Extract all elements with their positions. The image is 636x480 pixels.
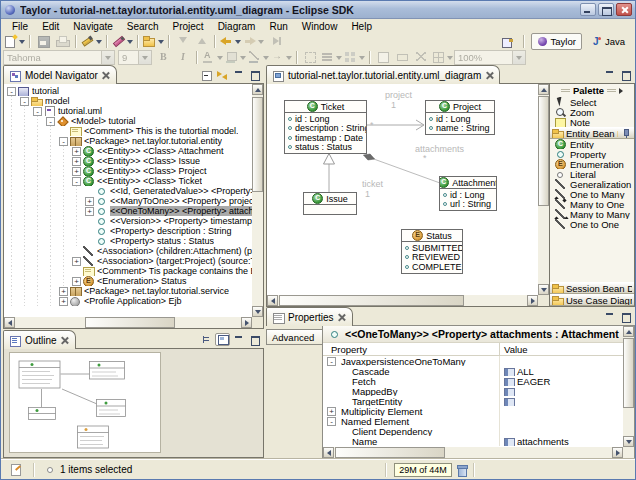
tree-item-tutorial-uml[interactable]: -tutorial.uml: [5, 106, 252, 116]
property-value-cell[interactable]: attachments: [499, 436, 623, 446]
expander-icon[interactable]: -: [33, 107, 42, 116]
tree-item-comment-this-is-the-tutortia[interactable]: <Comment> This is the tutortial model.: [5, 126, 252, 136]
expander-icon[interactable]: -: [59, 137, 68, 146]
expander-icon[interactable]: +: [85, 207, 94, 216]
uml-node-project[interactable]: Projectid : Longname : String: [425, 100, 495, 135]
zoom-level-combo[interactable]: 100%: [454, 50, 526, 65]
minimize-view-button[interactable]: [602, 310, 617, 323]
close-icon[interactable]: [338, 313, 346, 321]
palette-tool-many-to-one[interactable]: Many to One: [550, 199, 634, 209]
tree-item-manytoone-property-proje[interactable]: +<<ManyToOne>> <Property> project : Proj…: [5, 196, 252, 206]
palette-tool-many-to-many[interactable]: Many to Many: [550, 209, 634, 219]
expander-icon[interactable]: +: [59, 287, 68, 296]
overview-mode-button[interactable]: [215, 333, 230, 346]
palette-drawer-entity-bean-dia[interactable]: Entity Bean Dia...: [550, 127, 634, 139]
run-external-tools-button[interactable]: [111, 34, 134, 49]
maximize-view-button[interactable]: [618, 310, 633, 323]
palette-tool-literal[interactable]: Literal: [550, 169, 634, 179]
expander-icon[interactable]: -: [327, 357, 336, 366]
expander-icon[interactable]: +: [59, 297, 68, 306]
menu-navigate[interactable]: Navigate: [66, 21, 119, 32]
close-icon[interactable]: [61, 336, 69, 344]
menu-diagram[interactable]: Diagram: [211, 21, 263, 32]
tree-item-version-property-timesta[interactable]: <<Version>> <Property> timestamp : Date: [5, 216, 252, 226]
tree-item-package-net-taylor-tutorial[interactable]: -<Package> net.taylor.tutorial.entity: [5, 136, 252, 146]
menu-file[interactable]: File: [5, 21, 35, 32]
tab-uml-diagram-editor[interactable]: tutorial-net.taylor.tutorial.entity.uml_…: [266, 65, 500, 84]
property-row-targetentity[interactable]: TargetEntity: [323, 396, 623, 406]
close-window-button[interactable]: [616, 3, 632, 16]
tree-item-property-description-strin[interactable]: <Property> description : String: [5, 226, 252, 236]
minimize-view-button[interactable]: [602, 68, 617, 81]
heap-status[interactable]: 29M of 44M: [394, 463, 452, 477]
expander-icon[interactable]: +: [85, 197, 94, 206]
menu-project[interactable]: Project: [166, 21, 211, 32]
property-row-mappedby[interactable]: MappedBy: [323, 386, 623, 396]
menu-help[interactable]: Help: [344, 21, 379, 32]
palette-tool-entity[interactable]: Entity: [550, 139, 634, 149]
tab-outline[interactable]: Outline: [3, 330, 76, 349]
maximize-window-button[interactable]: [598, 3, 614, 16]
maximize-view-button[interactable]: [247, 333, 262, 346]
expander-icon[interactable]: -: [327, 417, 336, 426]
palette-drawer-session-bean-diag[interactable]: Session Bean Diag...: [550, 282, 634, 294]
expander-icon[interactable]: +: [72, 157, 81, 166]
property-value-cell[interactable]: ALL: [499, 366, 623, 376]
tree-item-property-status-status[interactable]: <Property> status : Status: [5, 236, 252, 246]
tree-item-profile-application-ejb[interactable]: +<Profile Application> Ejb: [5, 296, 252, 306]
expander-icon[interactable]: +: [72, 147, 81, 156]
tree-item-onetomany-property-attac[interactable]: +<<OneToMany>> <Property> attachments : …: [5, 206, 252, 216]
menu-run[interactable]: Run: [262, 21, 294, 32]
property-row-named-element[interactable]: -Named Element: [323, 416, 623, 426]
uml-node-attachment[interactable]: Attachmentid : Longurl : String: [439, 176, 497, 211]
tab-model-navigator[interactable]: Model Navigator: [3, 65, 117, 84]
expander-icon[interactable]: +: [72, 277, 81, 286]
open-perspective-button[interactable]: [498, 34, 517, 49]
property-row-javaxpersistenceonetomany[interactable]: -JavaxpersistenceOneToMany: [323, 356, 623, 366]
expander-icon[interactable]: +: [72, 167, 81, 176]
outline-thumbnail[interactable]: [9, 352, 161, 453]
open-folder-button[interactable]: [142, 34, 165, 49]
property-value-cell[interactable]: [499, 396, 623, 406]
expander-icon[interactable]: -: [72, 177, 81, 186]
tree-item-model[interactable]: -model: [5, 96, 252, 106]
link-with-editor-button[interactable]: [215, 68, 230, 81]
menu-search[interactable]: Search: [120, 21, 166, 32]
tree-item-association-target-project[interactable]: +<Association> (target:Project) (source:…: [5, 256, 252, 266]
collapse-all-button[interactable]: [199, 68, 214, 81]
tab-properties[interactable]: Properties: [266, 307, 353, 326]
tree-item-entity-class-ticket[interactable]: -<<Entity>> <Class> Ticket: [5, 176, 252, 186]
editor-horizontal-scrollbar[interactable]: [267, 295, 538, 306]
tree-item-association-children-attach[interactable]: <Association> (children:Attachment) (par…: [5, 246, 252, 256]
palette-drawer-use-case-diagram[interactable]: Use Case Diagram: [550, 294, 634, 306]
tree-item-comment-tis-package-contains[interactable]: <Comment> Tis package contains the Entit…: [5, 266, 252, 276]
palette-tool-zoom[interactable]: Zoom: [550, 107, 634, 117]
property-value-cell[interactable]: [499, 426, 623, 436]
tree-item-tutorial[interactable]: -tutorial: [5, 86, 252, 96]
trash-icon[interactable]: [457, 464, 468, 475]
property-value-cell[interactable]: [499, 416, 623, 426]
expander-icon[interactable]: -: [20, 97, 29, 106]
palette-tool-enumeration[interactable]: Enumeration: [550, 159, 634, 169]
property-value-cell[interactable]: [499, 406, 623, 416]
expander-icon[interactable]: -: [46, 117, 55, 126]
expander-icon[interactable]: -: [7, 87, 16, 96]
uml-node-status[interactable]: StatusSUBMITTEDREVIEWEDCOMPLETE: [401, 229, 463, 274]
palette-collapse-icon[interactable]: [619, 88, 623, 94]
tree-item-id-generatedvalue-proper[interactable]: <<Id, GeneratedValue>> <Property> id : L…: [5, 186, 252, 196]
editor-vertical-scrollbar[interactable]: [538, 84, 549, 295]
tree-item-entity-class-attachment[interactable]: +<<Entity>> <Class> Attachment: [5, 146, 252, 156]
close-icon[interactable]: [485, 71, 493, 79]
tab-advanced[interactable]: Advanced: [266, 329, 323, 345]
palette-tool-one-to-one[interactable]: One to One: [550, 219, 634, 229]
properties-horizontal-scrollbar[interactable]: [323, 447, 623, 458]
minimize-view-button[interactable]: [231, 68, 246, 81]
diagram-canvas[interactable]: Ticketid : Longdescription : Stringtimes…: [267, 84, 539, 295]
tree-item-entity-class-issue[interactable]: +<<Entity>> <Class> Issue: [5, 156, 252, 166]
palette-tool-property[interactable]: Property: [550, 149, 634, 159]
maximize-view-button[interactable]: [618, 68, 633, 81]
property-row-multiplicity-element[interactable]: +Multiplicity Element: [323, 406, 623, 416]
palette-tool-select[interactable]: Select: [550, 97, 634, 107]
tree-item-package-net-taylor-tutorial[interactable]: +<Package> net.taylor.tutorial.service: [5, 286, 252, 296]
minimize-window-button[interactable]: [580, 3, 596, 16]
